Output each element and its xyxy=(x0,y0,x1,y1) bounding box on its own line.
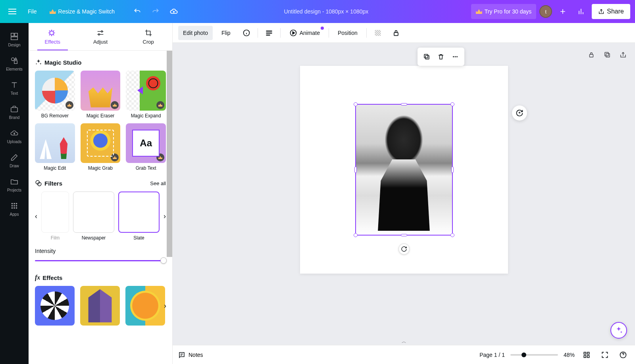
regenerate-button[interactable] xyxy=(512,105,527,121)
tool-magic-grab[interactable]: Magic Grab xyxy=(81,123,121,171)
collapse-page-strip[interactable]: ︿ xyxy=(402,338,406,345)
fullscreen-button[interactable] xyxy=(598,349,611,361)
redo-button[interactable] xyxy=(148,4,163,19)
crop-icon xyxy=(144,29,153,37)
flip-button[interactable]: Flip xyxy=(217,26,235,40)
rotate-handle[interactable] xyxy=(398,243,410,255)
lock-button[interactable] xyxy=(389,26,403,40)
duplicate-element[interactable] xyxy=(420,50,433,63)
resize-magic-switch[interactable]: Resize & Magic Switch xyxy=(45,4,119,19)
notes-icon xyxy=(178,351,185,358)
alignment-button[interactable] xyxy=(262,26,276,40)
fx-icon: fx xyxy=(35,274,40,281)
resize-handle-r[interactable] xyxy=(451,167,454,173)
animate-button[interactable]: Animate xyxy=(285,26,325,40)
filter-film[interactable]: Film xyxy=(41,192,69,241)
undo-button[interactable] xyxy=(130,4,145,19)
document-title[interactable]: Untitled design - 1080px × 1080px xyxy=(185,8,468,15)
menu-button[interactable] xyxy=(5,4,20,19)
effect-thumb-1[interactable] xyxy=(35,286,75,326)
filter-slate[interactable]: Slate xyxy=(118,192,160,241)
page-export[interactable] xyxy=(617,48,629,61)
tab-adjust[interactable]: Adjust xyxy=(77,23,125,50)
tool-magic-edit[interactable]: Magic Edit xyxy=(35,123,75,171)
resize-handle-tl[interactable] xyxy=(354,102,358,106)
nav-text[interactable]: Text xyxy=(0,77,29,99)
tab-effects[interactable]: Effects xyxy=(29,23,77,50)
pro-badge-icon xyxy=(156,153,164,161)
effects-next[interactable]: › xyxy=(161,302,169,310)
tool-bg-remover[interactable]: BG Remover xyxy=(35,71,75,119)
grid-view-button[interactable] xyxy=(580,349,593,361)
user-avatar[interactable]: t xyxy=(539,5,552,18)
cloud-sync-icon[interactable] xyxy=(166,4,181,19)
pro-badge-icon xyxy=(156,101,164,109)
info-button[interactable] xyxy=(239,26,254,40)
page-indicator[interactable]: Page 1 / 1 xyxy=(479,352,505,358)
canvas-stage[interactable] xyxy=(173,43,635,339)
intensity-slider[interactable] xyxy=(35,257,166,264)
svg-point-3 xyxy=(12,58,14,61)
magic-expand-thumb xyxy=(126,71,166,111)
resize-handle-tr[interactable] xyxy=(450,102,454,106)
more-element-options[interactable] xyxy=(448,50,462,63)
nav-uploads[interactable]: Uploads xyxy=(0,125,29,147)
nav-projects[interactable]: Projects xyxy=(0,174,29,195)
nav-elements[interactable]: Elements xyxy=(0,53,29,75)
transparency-button[interactable] xyxy=(371,26,385,40)
effect-thumb-2[interactable] xyxy=(80,286,120,326)
resize-handle-b[interactable] xyxy=(401,234,407,236)
insights-button[interactable] xyxy=(573,4,589,19)
edit-photo-button[interactable]: Edit photo xyxy=(178,26,213,40)
pro-badge-icon xyxy=(65,101,73,109)
nav-apps[interactable]: Apps xyxy=(0,198,29,220)
assistant-fab[interactable] xyxy=(610,322,627,339)
delete-element[interactable] xyxy=(434,50,448,63)
tool-grab-text[interactable]: Grab Text xyxy=(126,123,166,171)
svg-point-6 xyxy=(12,203,13,205)
resize-handle-l[interactable] xyxy=(354,167,357,173)
resize-handle-br[interactable] xyxy=(450,233,454,237)
page-duplicate[interactable] xyxy=(601,48,614,61)
svg-rect-20 xyxy=(266,31,272,32)
position-button[interactable]: Position xyxy=(333,26,362,40)
filters-next[interactable]: › xyxy=(164,212,166,220)
effect-thumb-3[interactable] xyxy=(125,286,165,326)
page-lock[interactable] xyxy=(585,48,598,61)
animate-icon xyxy=(289,29,297,37)
side-panel: Effects Adjust Crop Magic Studio BG Remo… xyxy=(29,23,173,364)
filter-newspaper[interactable]: Newspaper xyxy=(73,192,114,241)
zoom-slider[interactable] xyxy=(510,354,558,356)
filters-prev[interactable]: ‹ xyxy=(35,212,37,220)
design-page[interactable] xyxy=(300,66,508,274)
side-panel-body: Magic Studio BG Remover Magic Eraser Mag… xyxy=(29,51,172,364)
try-pro-button[interactable]: Try Pro for 30 days xyxy=(471,4,537,19)
filter-film-thumb xyxy=(41,192,69,233)
side-panel-tabs: Effects Adjust Crop xyxy=(29,23,172,51)
resize-handle-t[interactable] xyxy=(401,103,407,105)
photo-content xyxy=(356,105,452,235)
svg-point-16 xyxy=(98,34,100,35)
zoom-level[interactable]: 48% xyxy=(564,352,575,358)
create-design-button[interactable] xyxy=(555,4,570,19)
draw-icon xyxy=(10,153,19,162)
side-panel-scrollbar[interactable] xyxy=(167,51,172,257)
notes-button[interactable]: Notes xyxy=(189,352,203,358)
tool-magic-eraser[interactable]: Magic Eraser xyxy=(81,71,121,119)
nav-draw[interactable]: Draw xyxy=(0,149,29,171)
svg-rect-39 xyxy=(587,355,589,357)
brand-icon xyxy=(10,104,19,114)
magic-studio-grid: BG Remover Magic Eraser Magic Expand Mag… xyxy=(35,71,166,171)
filters-see-all[interactable]: See all xyxy=(150,180,166,186)
file-menu[interactable]: File xyxy=(23,4,42,19)
selected-photo[interactable] xyxy=(355,104,453,236)
tab-crop[interactable]: Crop xyxy=(124,23,172,50)
help-button[interactable] xyxy=(617,349,629,361)
svg-rect-0 xyxy=(11,33,14,36)
nav-design[interactable]: Design xyxy=(0,29,29,50)
resize-handle-bl[interactable] xyxy=(354,233,358,237)
nav-brand[interactable]: Brand xyxy=(0,101,29,123)
share-button[interactable]: Share xyxy=(592,4,630,19)
effects-heading: fx Effects xyxy=(35,274,166,281)
tool-magic-expand[interactable]: Magic Expand xyxy=(126,71,166,119)
